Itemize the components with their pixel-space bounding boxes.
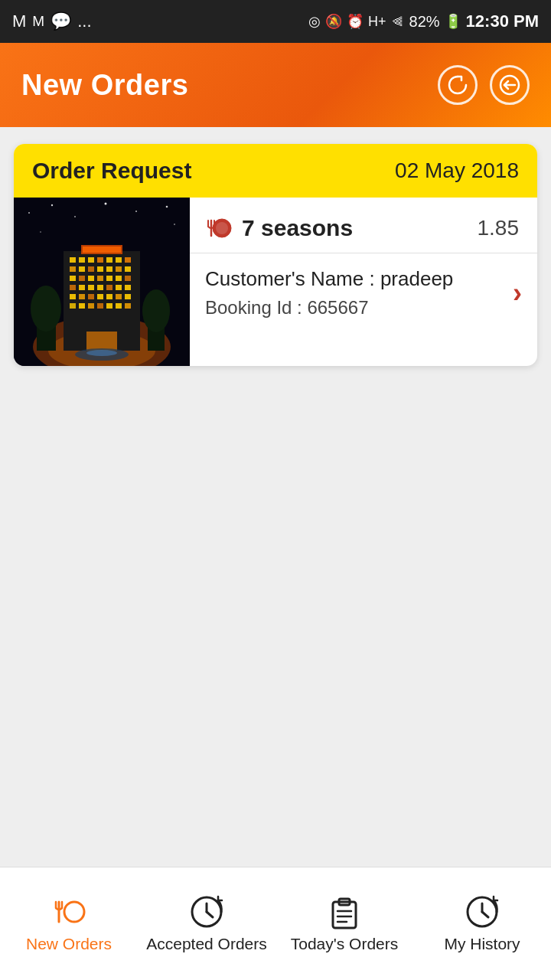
svg-rect-32 bbox=[106, 276, 112, 281]
hotel-image bbox=[14, 198, 190, 366]
svg-rect-64 bbox=[83, 247, 121, 253]
svg-rect-39 bbox=[106, 285, 112, 290]
signal-icon: ⫷ bbox=[391, 14, 405, 30]
fork-plate-nav-icon bbox=[51, 894, 86, 929]
svg-rect-42 bbox=[70, 294, 76, 299]
nav-item-accepted-orders[interactable]: Accepted Orders bbox=[138, 867, 276, 980]
time-display: 12:30 PM bbox=[466, 11, 539, 31]
svg-rect-37 bbox=[88, 285, 94, 290]
main-content: Order Request 02 May 2018 bbox=[0, 127, 551, 877]
svg-rect-21 bbox=[70, 266, 76, 272]
svg-point-58 bbox=[86, 350, 117, 356]
svg-rect-54 bbox=[116, 303, 122, 309]
gmail-icon: M bbox=[12, 11, 26, 31]
svg-line-84 bbox=[482, 912, 488, 917]
gmail2-icon: M bbox=[32, 13, 44, 30]
clock-accepted-icon bbox=[189, 894, 224, 929]
svg-rect-52 bbox=[97, 303, 103, 309]
bottom-navigation: New Orders Accepted Orders Today's Order… bbox=[0, 867, 551, 980]
order-card-header: Order Request 02 May 2018 bbox=[14, 144, 537, 198]
order-card-body: 7 seasons 1.85 Customer's Name : pradeep… bbox=[14, 198, 537, 366]
svg-rect-33 bbox=[116, 276, 122, 281]
svg-rect-47 bbox=[116, 294, 122, 299]
chevron-right-icon[interactable]: › bbox=[513, 277, 522, 309]
svg-rect-23 bbox=[88, 266, 94, 272]
order-card[interactable]: Order Request 02 May 2018 bbox=[14, 144, 537, 366]
restaurant-name-wrap: 7 seasons bbox=[205, 214, 353, 242]
customer-name: Customer's Name : pradeep bbox=[205, 267, 453, 291]
battery-label: 82% bbox=[409, 13, 440, 31]
svg-rect-45 bbox=[97, 294, 103, 299]
svg-rect-31 bbox=[97, 276, 103, 281]
svg-rect-30 bbox=[88, 276, 94, 281]
clock-history-icon bbox=[465, 894, 500, 929]
svg-rect-53 bbox=[106, 303, 112, 309]
svg-rect-43 bbox=[79, 294, 85, 299]
svg-rect-38 bbox=[97, 285, 103, 290]
svg-rect-16 bbox=[88, 257, 94, 263]
svg-point-62 bbox=[142, 289, 170, 332]
refresh-icon bbox=[446, 74, 469, 96]
svg-rect-19 bbox=[116, 257, 122, 263]
svg-rect-36 bbox=[79, 285, 85, 290]
nav-label-accepted-orders: Accepted Orders bbox=[146, 934, 267, 953]
app-header: New Orders bbox=[0, 43, 551, 127]
hotel-building-svg bbox=[14, 198, 190, 366]
refresh-button[interactable] bbox=[438, 65, 478, 105]
svg-rect-48 bbox=[125, 294, 131, 299]
svg-point-70 bbox=[64, 902, 84, 922]
svg-line-76 bbox=[207, 912, 213, 917]
order-details: 7 seasons 1.85 Customer's Name : pradeep… bbox=[190, 198, 537, 366]
nav-item-new-orders[interactable]: New Orders bbox=[0, 867, 138, 980]
svg-rect-46 bbox=[106, 294, 112, 299]
distance: 1.85 bbox=[478, 216, 520, 240]
svg-point-4 bbox=[51, 204, 53, 206]
svg-rect-24 bbox=[97, 266, 103, 272]
alarm-icon: ⏰ bbox=[347, 13, 364, 30]
svg-rect-50 bbox=[79, 303, 85, 309]
whatsapp-icon: 💬 bbox=[51, 11, 71, 31]
svg-point-8 bbox=[166, 206, 168, 208]
location-icon: ◎ bbox=[308, 13, 321, 30]
svg-rect-25 bbox=[106, 266, 112, 272]
nav-item-todays-orders[interactable]: Today's Orders bbox=[276, 867, 413, 980]
clipboard-icon bbox=[327, 894, 362, 929]
svg-rect-55 bbox=[125, 303, 131, 309]
nav-label-todays-orders: Today's Orders bbox=[291, 934, 399, 953]
svg-point-60 bbox=[31, 286, 61, 332]
svg-rect-44 bbox=[88, 294, 94, 299]
svg-point-10 bbox=[40, 231, 41, 233]
nav-label-my-history: My History bbox=[444, 934, 520, 953]
order-request-label: Order Request bbox=[32, 158, 191, 184]
svg-point-66 bbox=[216, 222, 228, 234]
status-bar-right: ◎ 🔕 ⏰ H+ ⫷ 82% 🔋 12:30 PM bbox=[308, 11, 539, 31]
restaurant-row: 7 seasons 1.85 bbox=[190, 198, 537, 253]
svg-rect-22 bbox=[79, 266, 85, 272]
svg-rect-41 bbox=[125, 285, 131, 290]
svg-point-3 bbox=[28, 212, 30, 214]
svg-point-5 bbox=[74, 216, 76, 217]
logout-button[interactable] bbox=[490, 65, 530, 105]
svg-rect-40 bbox=[116, 285, 122, 290]
svg-rect-49 bbox=[70, 303, 76, 309]
svg-rect-18 bbox=[106, 257, 112, 263]
status-bar-left: M M 💬 ... bbox=[12, 11, 92, 31]
customer-row[interactable]: Customer's Name : pradeep Booking Id : 6… bbox=[190, 253, 537, 323]
nav-item-my-history[interactable]: My History bbox=[413, 867, 551, 980]
nav-label-new-orders: New Orders bbox=[26, 934, 112, 953]
svg-rect-15 bbox=[79, 257, 85, 263]
network-icon: H+ bbox=[368, 14, 386, 30]
header-actions bbox=[438, 65, 530, 105]
fork-plate-icon bbox=[205, 214, 233, 242]
customer-info: Customer's Name : pradeep Booking Id : 6… bbox=[205, 267, 453, 318]
svg-point-9 bbox=[174, 224, 175, 225]
order-date: 02 May 2018 bbox=[395, 158, 519, 183]
logout-icon bbox=[498, 74, 521, 96]
svg-rect-26 bbox=[116, 266, 122, 272]
svg-point-6 bbox=[105, 203, 107, 205]
svg-point-7 bbox=[135, 211, 137, 212]
battery-icon: 🔋 bbox=[445, 13, 461, 30]
svg-rect-14 bbox=[70, 257, 76, 263]
page-title: New Orders bbox=[21, 69, 188, 102]
vibrate-icon: 🔕 bbox=[325, 13, 342, 30]
